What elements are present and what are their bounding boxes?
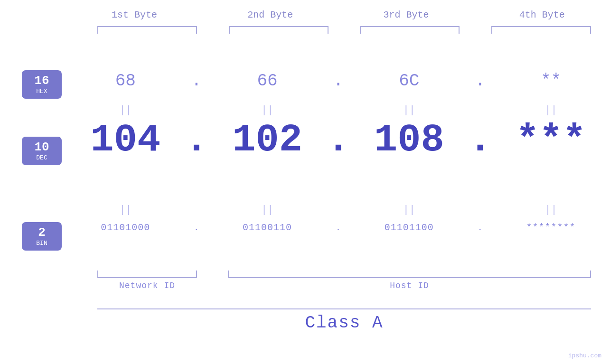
bracket-top-1 (97, 26, 197, 34)
network-id-label: Network ID (97, 281, 197, 290)
dec-val-4: *** (492, 121, 610, 160)
dec-dot-3: . (468, 121, 492, 160)
class-label: Class A (97, 313, 591, 333)
bin-badge-label: BIN (22, 240, 62, 247)
bin-dot-1: . (185, 222, 208, 233)
bin-val-4: ******** (492, 222, 610, 233)
hex-dot-3: . (468, 71, 492, 91)
hex-dot-2: . (327, 71, 350, 91)
bin-dot-2: . (327, 222, 350, 233)
eq-row-2: || || || || (66, 204, 610, 216)
hex-badge: 16 HEX (22, 70, 62, 99)
dec-dot-2: . (327, 121, 350, 160)
dec-val-2: 102 (208, 121, 327, 160)
bracket-top-4 (491, 26, 591, 34)
hex-val-1: 68 (66, 71, 185, 91)
bin-val-3: 01101100 (350, 222, 469, 233)
host-id-label: Host ID (228, 281, 591, 290)
hex-badge-label: HEX (22, 88, 62, 95)
hex-val-3: 6C (350, 71, 469, 91)
dec-dot-1: . (185, 121, 208, 160)
dec-val-1: 104 (66, 121, 185, 160)
byte1-header: 1st Byte (66, 9, 202, 20)
hex-val-2: 66 (208, 71, 327, 91)
hex-row: 68 . 66 . 6C . ** (66, 71, 610, 91)
bin-badge: 2 BIN (22, 222, 62, 251)
dec-val-3: 108 (350, 121, 469, 160)
hex-badge-num: 16 (22, 74, 62, 88)
dec-badge: 10 DEC (22, 137, 62, 165)
eq-row-1: || || || || (66, 104, 610, 116)
bin-badge-num: 2 (22, 226, 62, 240)
bracket-bottom-network (97, 271, 197, 278)
bracket-top-2 (229, 26, 328, 34)
bin-row: 01101000 . 01100110 . 01101100 . *******… (66, 222, 610, 233)
byte2-header: 2nd Byte (202, 9, 338, 20)
hex-dot-1: . (185, 71, 208, 91)
dec-badge-label: DEC (22, 154, 62, 161)
hex-val-4: ** (492, 71, 610, 91)
class-line (97, 308, 591, 309)
page: 1st Byte 2nd Byte 3rd Byte 4th Byte 16 H… (0, 0, 610, 364)
bin-dot-3: . (468, 222, 492, 233)
watermark: ipshu.com (568, 352, 601, 359)
byte4-header: 4th Byte (474, 9, 610, 20)
dec-badge-num: 10 (22, 140, 62, 154)
bin-val-1: 01101000 (66, 222, 185, 233)
byte3-header: 3rd Byte (338, 9, 474, 20)
bracket-bottom-host (228, 271, 591, 278)
bin-val-2: 01100110 (208, 222, 327, 233)
dec-row: 104 . 102 . 108 . *** (66, 121, 610, 160)
bracket-top-3 (360, 26, 460, 34)
